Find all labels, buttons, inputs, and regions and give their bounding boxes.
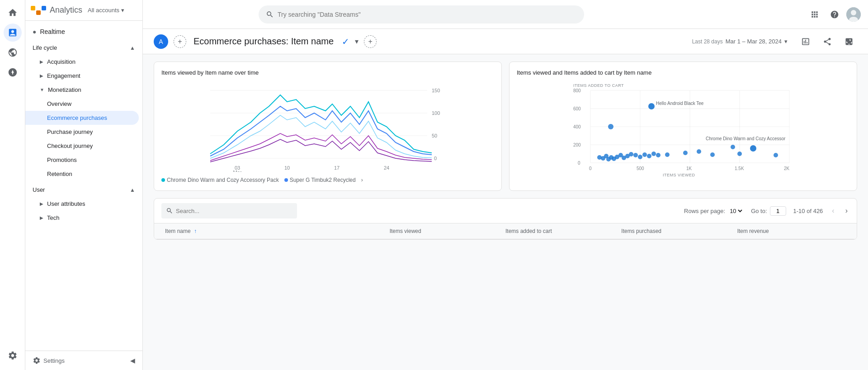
sidebar: Analytics All accounts ▾ ● Realtime Life… bbox=[25, 0, 143, 370]
user-avatar[interactable] bbox=[846, 7, 861, 22]
search-icon bbox=[266, 10, 274, 19]
sidebar-item-engagement[interactable]: ▶ Engagement bbox=[25, 69, 142, 83]
acquisition-bullet: ▶ bbox=[40, 59, 43, 64]
svg-point-61 bbox=[683, 151, 688, 155]
svg-point-59 bbox=[750, 145, 756, 152]
legend-item-1: Chrome Dino Warm and Cozy Accessory Pack bbox=[161, 177, 279, 183]
svg-point-65 bbox=[737, 152, 742, 156]
sidebar-item-realtime[interactable]: ● Realtime bbox=[25, 21, 142, 39]
sidebar-item-purchase-journey[interactable]: Purchase journey bbox=[25, 125, 142, 139]
goto-input[interactable] bbox=[770, 206, 786, 216]
user-section: User ▲ ▶ User attributes ▶ Tech bbox=[25, 183, 142, 225]
svg-text:2K: 2K bbox=[784, 166, 790, 171]
report-avatar: A bbox=[154, 34, 168, 49]
sidebar-item-overview[interactable]: Overview bbox=[25, 97, 142, 111]
prev-page-btn[interactable]: ‹ bbox=[830, 205, 836, 217]
col-header-items-purchased[interactable]: Items purchased bbox=[618, 223, 733, 239]
col-header-item-revenue[interactable]: Item revenue bbox=[734, 223, 849, 239]
sidebar-item-retention[interactable]: Retention bbox=[25, 167, 142, 181]
insights-btn[interactable] bbox=[841, 33, 857, 50]
svg-text:1.5K: 1.5K bbox=[735, 166, 744, 171]
reports-icon-btn[interactable] bbox=[4, 24, 22, 42]
goto-area: Go to: bbox=[751, 206, 786, 216]
svg-point-51 bbox=[642, 152, 647, 157]
svg-text:24: 24 bbox=[384, 165, 389, 171]
help-icon-btn[interactable] bbox=[826, 6, 843, 23]
add-comparison-btn[interactable]: + bbox=[174, 35, 186, 48]
icon-bar bbox=[0, 0, 25, 370]
page-info: 1-10 of 426 bbox=[793, 208, 823, 214]
svg-text:ITEMS ADDED TO CART: ITEMS ADDED TO CART bbox=[573, 83, 624, 88]
home-icon-btn[interactable] bbox=[4, 4, 22, 22]
charts-row: Items viewed by Item name over time bbox=[154, 62, 857, 191]
sidebar-item-promotions[interactable]: Promotions bbox=[25, 153, 142, 167]
sidebar-item-user-attributes[interactable]: ▶ User attributes bbox=[25, 197, 142, 211]
monetization-bullet: ▼ bbox=[40, 87, 44, 92]
advertising-icon-btn[interactable] bbox=[4, 63, 22, 81]
legend-nav-btn[interactable]: › bbox=[361, 177, 363, 183]
add-metric-btn[interactable]: + bbox=[364, 35, 377, 48]
sidebar-item-monetization[interactable]: ▼ Monetization bbox=[25, 83, 142, 97]
col-header-items-viewed[interactable]: Items viewed bbox=[386, 223, 502, 239]
rows-per-page: Rows per page: 10 25 50 bbox=[684, 207, 744, 215]
report-body: Items viewed by Item name over time bbox=[143, 54, 868, 370]
search-input[interactable] bbox=[278, 11, 577, 18]
svg-text:50: 50 bbox=[432, 133, 437, 138]
engagement-bullet: ▶ bbox=[40, 73, 43, 78]
svg-text:500: 500 bbox=[637, 166, 644, 171]
col-header-item-name[interactable]: Item name ↑ bbox=[161, 223, 386, 239]
search-bar[interactable] bbox=[259, 5, 584, 24]
table-search-icon bbox=[166, 207, 173, 214]
date-range-btn[interactable]: Last 28 days Mar 1 – Mar 28, 2024 ▾ bbox=[688, 35, 792, 47]
svg-text:100: 100 bbox=[432, 110, 440, 116]
scatter-chart-svg: ITEMS ADDED TO CART bbox=[517, 81, 849, 181]
accounts-dropdown[interactable]: All accounts ▾ bbox=[88, 7, 124, 14]
sidebar-item-checkout-journey[interactable]: Checkout journey bbox=[25, 139, 142, 153]
user-header[interactable]: User ▲ bbox=[25, 183, 142, 197]
share-btn[interactable] bbox=[819, 33, 835, 50]
report-header: A + Ecommerce purchases: Item name ✓ ▾ +… bbox=[143, 29, 868, 54]
table-card: Rows per page: 10 25 50 Go to: 1-10 of 4… bbox=[154, 198, 857, 240]
svg-text:0: 0 bbox=[578, 161, 580, 166]
title-dropdown-btn[interactable]: ▾ bbox=[355, 37, 359, 46]
svg-point-54 bbox=[656, 153, 660, 157]
scatter-chart-card: Items viewed and Items added to cart by … bbox=[509, 62, 857, 191]
settings-icon-btn[interactable] bbox=[4, 346, 22, 365]
lifecycle-section: Life cycle ▲ ▶ Acquisition ▶ Engagement … bbox=[25, 41, 142, 181]
svg-text:17: 17 bbox=[334, 165, 340, 171]
sidebar-collapse-btn[interactable]: ◀ bbox=[130, 357, 135, 364]
legend-item-2: Super G Timbuk2 Recycled bbox=[284, 177, 356, 183]
svg-text:150: 150 bbox=[432, 88, 440, 93]
table-search-bar[interactable] bbox=[161, 203, 297, 218]
lifecycle-header[interactable]: Life cycle ▲ bbox=[25, 41, 142, 55]
svg-point-62 bbox=[697, 149, 701, 154]
svg-point-53 bbox=[651, 152, 656, 156]
chart-legend: Chrome Dino Warm and Cozy Accessory Pack… bbox=[161, 177, 494, 183]
main-content: A + Ecommerce purchases: Item name ✓ ▾ +… bbox=[143, 0, 868, 370]
svg-point-55 bbox=[665, 152, 670, 157]
chart-type-btn[interactable] bbox=[797, 33, 814, 50]
svg-text:Chrome Dino Warm and Cozy Acce: Chrome Dino Warm and Cozy Accessor bbox=[706, 136, 786, 141]
line-chart-svg: 150 100 50 0 bbox=[161, 81, 494, 172]
svg-point-56 bbox=[648, 103, 655, 109]
rows-per-page-select[interactable]: 10 25 50 bbox=[728, 207, 744, 215]
apps-icon-btn[interactable] bbox=[807, 6, 823, 23]
col-header-items-added-to-cart[interactable]: Items added to cart bbox=[502, 223, 618, 239]
sidebar-footer: Settings ◀ bbox=[25, 351, 142, 370]
content-area: A + Ecommerce purchases: Item name ✓ ▾ +… bbox=[143, 29, 868, 370]
line-chart-card: Items viewed by Item name over time bbox=[154, 62, 502, 191]
user-chevron: ▲ bbox=[130, 187, 135, 193]
explore-icon-btn[interactable] bbox=[4, 43, 22, 62]
svg-text:0: 0 bbox=[589, 166, 592, 171]
sidebar-item-tech[interactable]: ▶ Tech bbox=[25, 211, 142, 225]
next-page-btn[interactable]: › bbox=[844, 205, 849, 217]
sidebar-item-ecommerce-purchases[interactable]: Ecommerce purchases bbox=[25, 111, 139, 125]
svg-text:400: 400 bbox=[573, 124, 581, 129]
svg-point-1 bbox=[851, 10, 856, 15]
table-search-input[interactable] bbox=[176, 208, 252, 214]
user-attributes-bullet: ▶ bbox=[40, 201, 43, 206]
sidebar-settings-btn[interactable]: Settings bbox=[33, 356, 65, 365]
svg-point-66 bbox=[774, 153, 778, 157]
svg-text:200: 200 bbox=[573, 142, 581, 147]
sidebar-item-acquisition[interactable]: ▶ Acquisition bbox=[25, 55, 142, 69]
